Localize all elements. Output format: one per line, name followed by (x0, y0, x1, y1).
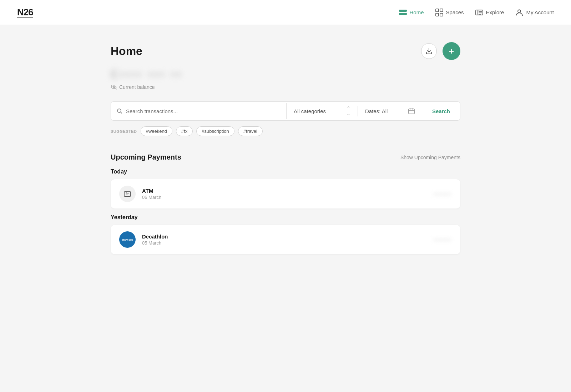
suggested-label: SUGGESTED (111, 129, 137, 134)
transaction-date: 06 March (142, 195, 427, 200)
decathlon-icon: DECATHLON (119, 231, 136, 248)
nav-home-label: Home (410, 9, 424, 15)
transaction-info: Decathlon 05 March (142, 233, 427, 246)
nav-spaces-label: Spaces (446, 9, 464, 15)
svg-rect-2 (436, 13, 439, 16)
table-row[interactable]: DECATHLON Decathlon 05 March ••••••• (111, 225, 460, 254)
nav-my-account-label: My Account (526, 9, 554, 15)
home-icon (399, 10, 407, 15)
upcoming-payments-title: Upcoming Payments (111, 153, 181, 161)
balance-label-text: Current balance (119, 84, 155, 90)
table-row[interactable]: ATM 06 March ••••••• (111, 179, 460, 208)
search-input[interactable] (126, 103, 281, 119)
svg-rect-0 (436, 9, 439, 12)
categories-dropdown[interactable]: All categories ⌃⌄ (287, 106, 358, 116)
upcoming-payments-header: Upcoming Payments Show Upcoming Payments (111, 153, 460, 161)
nav-explore-label: Explore (486, 9, 504, 15)
transaction-info: ATM 06 March (142, 188, 427, 200)
yesterday-label: Yesterday (111, 214, 460, 221)
tag-travel[interactable]: #travel (238, 126, 263, 136)
nav-home[interactable]: Home (399, 9, 424, 15)
balance-value: €•••• ••• •• (111, 67, 460, 82)
categories-label: All categories (294, 108, 344, 114)
show-upcoming-payments-link[interactable]: Show Upcoming Payments (400, 155, 460, 160)
nav-spaces[interactable]: Spaces (435, 9, 464, 16)
svg-point-6 (518, 10, 521, 12)
eye-slash-icon (111, 85, 117, 90)
page-title: Home (111, 45, 142, 58)
balance-section: €•••• ••• •• Current balance (111, 67, 460, 90)
account-icon (515, 9, 523, 16)
svg-text:DECATHLON: DECATHLON (122, 239, 133, 241)
add-button[interactable]: + (443, 42, 460, 60)
transaction-date: 05 March (142, 240, 427, 246)
tag-fx[interactable]: #fx (176, 126, 193, 136)
download-button[interactable] (421, 43, 437, 59)
spaces-icon (435, 9, 443, 16)
chevron-updown-icon: ⌃⌄ (347, 106, 350, 116)
svg-rect-9 (409, 109, 414, 114)
main-content: Home + €•••• ••• •• Current balance (89, 25, 482, 277)
page-header-actions: + (421, 42, 460, 60)
today-label: Today (111, 169, 460, 175)
balance-label: Current balance (111, 84, 460, 90)
dates-label: Dates: All (365, 108, 405, 114)
svg-rect-1 (440, 9, 443, 12)
header: N26 Home Spaces (0, 0, 571, 25)
suggested-row: SUGGESTED #weekend #fx #subscription #tr… (111, 126, 460, 136)
logo[interactable]: N26 (17, 7, 33, 18)
page-header: Home + (111, 42, 460, 60)
atm-icon (119, 186, 136, 202)
transaction-name: ATM (142, 188, 427, 194)
transaction-name: Decathlon (142, 233, 427, 240)
search-icon (117, 108, 122, 114)
dates-dropdown[interactable]: Dates: All (358, 108, 422, 114)
download-icon (425, 47, 433, 55)
search-button[interactable]: Search (422, 102, 460, 120)
tag-subscription[interactable]: #subscription (196, 126, 234, 136)
calendar-icon (408, 108, 415, 114)
search-input-wrap[interactable] (111, 103, 287, 119)
nav-explore[interactable]: Explore (475, 9, 504, 16)
svg-rect-3 (440, 13, 443, 16)
explore-icon (475, 9, 483, 16)
search-bar: All categories ⌃⌄ Dates: All Search (111, 101, 460, 121)
transaction-amount: ••••••• (434, 191, 452, 197)
nav-my-account[interactable]: My Account (515, 9, 554, 16)
tag-weekend[interactable]: #weekend (141, 126, 172, 136)
main-nav: Home Spaces Explo (399, 9, 554, 16)
transaction-amount: ••••••• (434, 237, 452, 243)
